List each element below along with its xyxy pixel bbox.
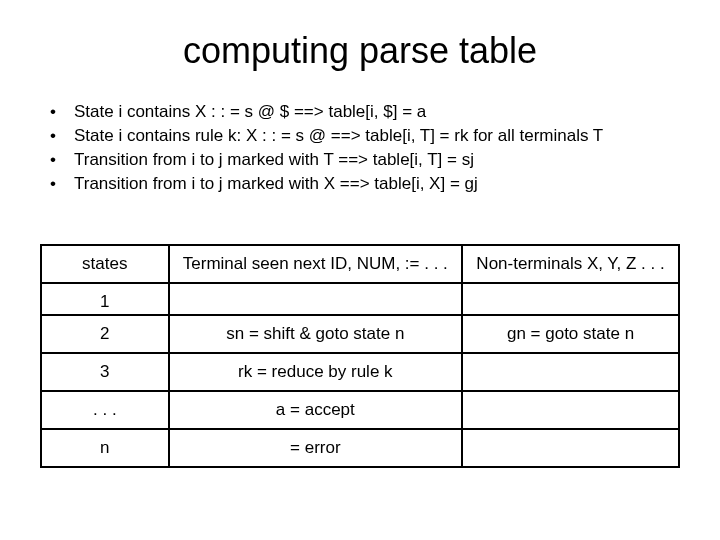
cell-nonterm: [462, 283, 679, 315]
bullet-text: Transition from i to j marked with X ==>…: [74, 174, 680, 194]
bullet-text: State i contains rule k: X : : = s @ ==>…: [74, 126, 680, 146]
cell-terminal: rk = reduce by rule k: [169, 353, 462, 391]
header-nonterminals: Non-terminals X, Y, Z . . .: [462, 245, 679, 283]
bullet-dot: •: [50, 150, 74, 170]
list-item: • Transition from i to j marked with T =…: [50, 150, 680, 170]
bullet-list: • State i contains X : : = s @ $ ==> tab…: [40, 102, 680, 194]
cell-nonterm: gn = goto state n: [462, 315, 679, 353]
cell-terminal: a = accept: [169, 391, 462, 429]
cell-terminal: sn = shift & goto state n: [169, 315, 462, 353]
table-row: . . . a = accept: [41, 391, 679, 429]
cell-nonterm: [462, 391, 679, 429]
list-item: • State i contains rule k: X : : = s @ =…: [50, 126, 680, 146]
bullet-dot: •: [50, 102, 74, 122]
bullet-text: State i contains X : : = s @ $ ==> table…: [74, 102, 680, 122]
cell-state: n: [41, 429, 169, 467]
table-row: 1: [41, 283, 679, 315]
list-item: • Transition from i to j marked with X =…: [50, 174, 680, 194]
cell-state: 1: [41, 283, 169, 315]
cell-nonterm: [462, 353, 679, 391]
table-header-row: states Terminal seen next ID, NUM, := . …: [41, 245, 679, 283]
list-item: • State i contains X : : = s @ $ ==> tab…: [50, 102, 680, 122]
table-row: n = error: [41, 429, 679, 467]
table-row: 3 rk = reduce by rule k: [41, 353, 679, 391]
bullet-text: Transition from i to j marked with T ==>…: [74, 150, 680, 170]
cell-state: . . .: [41, 391, 169, 429]
slide-title: computing parse table: [40, 30, 680, 72]
header-terminal: Terminal seen next ID, NUM, := . . .: [169, 245, 462, 283]
bullet-dot: •: [50, 126, 74, 146]
cell-terminal: = error: [169, 429, 462, 467]
cell-nonterm: [462, 429, 679, 467]
table-row: 2 sn = shift & goto state n gn = goto st…: [41, 315, 679, 353]
cell-state: 2: [41, 315, 169, 353]
cell-terminal: [169, 283, 462, 315]
cell-state: 3: [41, 353, 169, 391]
header-states: states: [41, 245, 169, 283]
bullet-dot: •: [50, 174, 74, 194]
parse-table: states Terminal seen next ID, NUM, := . …: [40, 244, 680, 468]
